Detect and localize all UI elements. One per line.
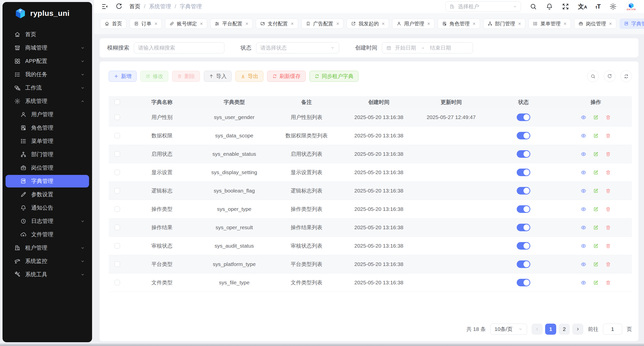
view-eye-icon[interactable] — [581, 243, 586, 249]
sidebar-item[interactable]: 工作流 — [6, 82, 89, 94]
tab[interactable]: 角色管理 × — [438, 19, 480, 29]
tab-close-icon[interactable]: × — [473, 21, 476, 26]
sync-tenant-dict-button[interactable]: 同步租户字典 — [309, 71, 358, 82]
page-size-select[interactable]: 10条/页 — [490, 324, 527, 335]
trash-icon[interactable] — [605, 261, 611, 267]
status-toggle[interactable] — [517, 150, 530, 158]
date-range-picker[interactable]: 开始日期 - 结束日期 — [382, 42, 473, 53]
row-checkbox[interactable] — [114, 280, 120, 285]
row-checkbox[interactable] — [114, 225, 120, 230]
row-checkbox[interactable] — [114, 133, 120, 138]
view-eye-icon[interactable] — [581, 225, 586, 230]
sidebar-item[interactable]: APP配置 — [6, 55, 89, 67]
view-eye-icon[interactable] — [581, 170, 586, 175]
sidebar-item[interactable]: 首页 — [6, 28, 89, 41]
trash-icon[interactable] — [605, 170, 611, 175]
edit-icon[interactable] — [593, 133, 599, 139]
status-toggle[interactable] — [517, 242, 530, 250]
tab[interactable]: 字典管理 × — [620, 19, 644, 29]
edit-icon[interactable] — [593, 151, 599, 157]
sidebar-item[interactable]: 文件管理 — [6, 228, 89, 241]
trash-icon[interactable] — [605, 280, 611, 286]
view-eye-icon[interactable] — [581, 114, 586, 120]
export-button[interactable]: 导出 — [235, 71, 263, 82]
delete-button[interactable]: 删除 — [172, 71, 200, 82]
sidebar-item[interactable]: 菜单管理 — [6, 135, 89, 147]
keyword-input[interactable] — [138, 45, 220, 51]
tab-close-icon[interactable]: × — [518, 21, 521, 26]
goto-page-input[interactable] — [603, 324, 622, 335]
tenant-select[interactable]: 选择租户 — [446, 1, 521, 12]
status-toggle[interactable] — [517, 169, 530, 176]
row-checkbox[interactable] — [114, 151, 120, 157]
status-toggle[interactable] — [517, 279, 530, 286]
sidebar-item[interactable]: 通知公告 — [6, 202, 89, 214]
tab-close-icon[interactable]: × — [154, 21, 157, 26]
add-button[interactable]: 新增 — [109, 71, 137, 82]
status-toggle[interactable] — [517, 113, 530, 121]
sidebar-item[interactable]: 部门管理 — [6, 148, 89, 161]
tab[interactable]: 广告配置 × — [301, 19, 344, 29]
sidebar-item[interactable]: 用户管理 — [6, 108, 89, 121]
page-number-button[interactable]: 1 — [545, 324, 556, 335]
row-checkbox[interactable] — [114, 170, 120, 175]
sidebar-item[interactable]: 日志管理 — [6, 215, 89, 227]
tab[interactable]: 平台配置 × — [210, 19, 253, 29]
fullscreen-icon[interactable] — [562, 3, 569, 10]
refresh-page-icon[interactable] — [115, 3, 123, 10]
status-toggle[interactable] — [517, 224, 530, 231]
row-checkbox[interactable] — [114, 243, 120, 249]
tab[interactable]: 我发起的 × — [347, 19, 389, 29]
view-eye-icon[interactable] — [581, 188, 586, 194]
sidebar-item[interactable]: 商城管理 — [6, 42, 89, 54]
view-eye-icon[interactable] — [581, 133, 586, 139]
status-select[interactable]: 请选择状态 — [256, 42, 339, 53]
row-checkbox[interactable] — [114, 188, 120, 194]
bell-icon[interactable] — [546, 3, 553, 10]
sidebar-item[interactable]: 字典管理 — [6, 175, 89, 187]
trash-icon[interactable] — [605, 114, 611, 120]
tab[interactable]: 菜单管理 × — [529, 19, 571, 29]
tab[interactable]: 岗位管理 × — [574, 19, 616, 29]
tab[interactable]: 首页 × — [100, 19, 126, 29]
tab[interactable]: 订单 × — [130, 19, 162, 29]
tab[interactable]: 用户管理 × — [392, 19, 434, 29]
sidebar-item[interactable]: 系统监控 — [6, 255, 89, 267]
edit-icon[interactable] — [593, 261, 599, 267]
status-toggle[interactable] — [517, 132, 530, 139]
refresh-cache-button[interactable]: 刷新缓存 — [267, 71, 306, 82]
import-button[interactable]: 导入 — [204, 71, 232, 82]
settings-gear-icon[interactable] — [609, 3, 617, 10]
search-icon[interactable] — [530, 3, 537, 10]
translate-icon[interactable]: 文A — [578, 4, 587, 10]
next-page-button[interactable] — [572, 324, 583, 335]
breadcrumb-home[interactable]: 首页 — [129, 3, 140, 10]
sidebar-item[interactable]: 租户管理 — [6, 242, 89, 254]
collapse-sidebar-icon[interactable] — [101, 3, 109, 10]
modify-button[interactable]: 修改 — [140, 71, 168, 82]
avatar[interactable]: 若依工作室 — [625, 1, 637, 12]
sidebar-item[interactable]: 参数设置 — [6, 188, 89, 201]
font-size-icon[interactable]: tT — [596, 4, 601, 10]
tab[interactable]: 部门管理 × — [483, 19, 526, 29]
sidebar-item[interactable]: 角色管理 — [6, 122, 89, 134]
table-refresh-button[interactable] — [620, 70, 632, 82]
trash-icon[interactable] — [605, 206, 611, 212]
edit-icon[interactable] — [593, 170, 599, 175]
view-eye-icon[interactable] — [581, 206, 586, 212]
row-checkbox[interactable] — [114, 206, 120, 212]
status-toggle[interactable] — [517, 260, 530, 268]
sidebar-item[interactable]: 系统工具 — [6, 268, 89, 281]
tab-close-icon[interactable]: × — [245, 21, 248, 26]
table-reset-button[interactable] — [604, 70, 615, 82]
tab-close-icon[interactable]: × — [200, 21, 203, 26]
edit-icon[interactable] — [593, 280, 599, 286]
tab[interactable]: 支付配置 × — [256, 19, 298, 29]
edit-icon[interactable] — [593, 225, 599, 230]
table-search-button[interactable] — [587, 70, 599, 82]
status-toggle[interactable] — [517, 187, 530, 195]
tab-close-icon[interactable]: × — [291, 21, 294, 26]
trash-icon[interactable] — [605, 243, 611, 249]
sidebar-item[interactable]: 岗位管理 — [6, 162, 89, 174]
trash-icon[interactable] — [605, 151, 611, 157]
